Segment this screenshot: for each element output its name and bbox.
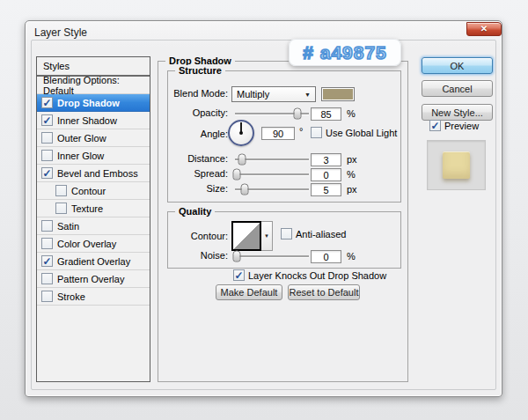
style-enable-checkbox[interactable] <box>41 238 53 249</box>
distance-unit: px <box>347 154 357 165</box>
sidebar-item-label: Color Overlay <box>57 239 116 249</box>
sidebar-item-color-overlay[interactable]: Color Overlay <box>37 235 150 253</box>
contour-dropdown-arrow[interactable]: ▼ <box>261 221 273 251</box>
color-code-text: # a49875 <box>303 42 387 63</box>
spread-slider[interactable] <box>235 167 309 181</box>
sidebar-item-label: Inner Shadow <box>57 115 117 126</box>
size-slider-thumb[interactable] <box>240 184 248 195</box>
close-icon: ✕ <box>480 25 488 33</box>
sidebar-item-label: Blending Options: Default <box>43 75 150 96</box>
sidebar-item-label: Gradient Overlay <box>57 256 130 267</box>
sidebar-item-outer-glow[interactable]: Outer Glow <box>37 129 150 147</box>
chevron-down-icon: ▼ <box>264 233 269 239</box>
spread-slider-thumb[interactable] <box>232 169 240 181</box>
size-unit: px <box>347 184 357 195</box>
style-enable-checkbox[interactable] <box>55 203 67 214</box>
styles-sidebar: Styles Blending Options: Default✓Drop Sh… <box>36 56 150 382</box>
make-default-button[interactable]: Make Default <box>216 284 282 300</box>
noise-slider-thumb[interactable] <box>232 251 240 262</box>
preview-thumbnail <box>443 151 470 179</box>
sidebar-item-label: Stroke <box>57 291 85 302</box>
sidebar-item-bevel-and-emboss[interactable]: ✓Bevel and Emboss <box>37 165 150 182</box>
use-global-light-checkbox[interactable] <box>311 127 322 138</box>
size-label: Size: <box>168 183 228 194</box>
noise-unit: % <box>347 251 356 262</box>
shadow-color-swatch[interactable] <box>321 87 355 101</box>
noise-label: Noise: <box>168 250 228 261</box>
window-title: Layer Style <box>34 26 87 39</box>
quality-legend: Quality <box>175 206 215 217</box>
distance-input[interactable]: 3 <box>311 153 341 166</box>
angle-dial[interactable] <box>228 120 254 146</box>
sidebar-item-inner-glow[interactable]: Inner Glow <box>37 147 150 165</box>
anti-aliased-checkbox[interactable] <box>281 228 292 239</box>
sidebar-item-label: Satin <box>57 221 79 232</box>
angle-label: Angle: <box>168 129 228 139</box>
angle-input[interactable]: 90 <box>261 127 295 140</box>
use-global-light-label: Use Global Light <box>326 128 397 138</box>
style-enable-checkbox[interactable] <box>41 150 53 161</box>
blend-mode-select[interactable]: Multiply ▼ <box>231 86 316 102</box>
sidebar-item-label: Bevel and Emboss <box>57 168 138 179</box>
opacity-label: Opacity: <box>168 107 228 118</box>
spread-label: Spread: <box>168 168 228 179</box>
chevron-down-icon: ▼ <box>304 92 311 98</box>
sidebar-item-pattern-overlay[interactable]: Pattern Overlay <box>37 270 150 288</box>
sidebar-item-blending-options-default[interactable]: Blending Options: Default <box>37 77 150 94</box>
style-enable-checkbox[interactable] <box>55 185 67 196</box>
ok-button[interactable]: OK <box>422 57 493 74</box>
sidebar-item-contour[interactable]: Contour <box>37 182 150 200</box>
style-enable-checkbox[interactable]: ✓ <box>41 167 53 179</box>
style-enable-checkbox[interactable] <box>41 220 53 232</box>
cancel-button[interactable]: Cancel <box>422 80 493 97</box>
preview-label: Preview <box>444 121 479 131</box>
opacity-input[interactable]: 85 <box>311 107 341 121</box>
distance-slider[interactable] <box>235 152 309 166</box>
drop-shadow-panel: Drop Shadow Structure Blend Mode: Multip… <box>158 61 408 382</box>
opacity-slider-thumb[interactable] <box>294 108 302 120</box>
structure-legend: Structure <box>175 65 225 76</box>
slider-track <box>235 173 309 175</box>
contour-thumbnail[interactable] <box>231 221 261 251</box>
new-style-button[interactable]: New Style... <box>422 104 493 121</box>
size-input[interactable]: 5 <box>311 183 341 196</box>
style-enable-checkbox[interactable] <box>41 291 53 302</box>
sidebar-item-label: Contour <box>71 186 106 196</box>
style-enable-checkbox[interactable]: ✓ <box>41 114 53 126</box>
style-enable-checkbox[interactable]: ✓ <box>41 255 53 267</box>
size-slider[interactable] <box>235 182 309 196</box>
sidebar-item-stroke[interactable]: Stroke <box>37 288 150 306</box>
sidebar-item-texture[interactable]: Texture <box>37 200 150 217</box>
noise-slider[interactable] <box>235 249 309 263</box>
sidebar-list: Blending Options: Default✓Drop Shadow✓In… <box>37 77 150 306</box>
layer-style-dialog: Layer Style ✕ Styles Blending Options: D… <box>25 20 502 397</box>
noise-input[interactable]: 0 <box>311 250 341 263</box>
blend-mode-value: Multiply <box>237 89 269 99</box>
sidebar-item-gradient-overlay[interactable]: ✓Gradient Overlay <box>37 253 150 270</box>
angle-unit: ° <box>299 126 303 136</box>
opacity-slider[interactable] <box>235 107 309 121</box>
style-enable-checkbox[interactable] <box>41 132 53 144</box>
structure-group: Structure Blend Mode: Multiply ▼ Opacity… <box>167 70 401 203</box>
distance-label: Distance: <box>168 153 228 164</box>
slider-track <box>235 255 309 257</box>
sidebar-item-label: Pattern Overlay <box>57 274 124 284</box>
reset-to-default-button[interactable]: Reset to Default <box>288 284 360 300</box>
opacity-unit: % <box>347 108 356 119</box>
sidebar-item-label: Outer Glow <box>57 133 106 144</box>
angle-dial-hub <box>239 131 243 135</box>
sidebar-item-drop-shadow[interactable]: ✓Drop Shadow <box>37 94 150 112</box>
quality-group: Quality Contour: ▼ Anti-aliased Noise: 0… <box>167 211 401 269</box>
sidebar-item-satin[interactable]: Satin <box>37 217 150 235</box>
style-enable-checkbox[interactable]: ✓ <box>41 97 53 108</box>
sidebar-item-inner-shadow[interactable]: ✓Inner Shadow <box>37 112 150 129</box>
distance-slider-thumb[interactable] <box>238 154 246 166</box>
spread-input[interactable]: 0 <box>311 168 341 181</box>
spread-unit: % <box>347 169 356 180</box>
sidebar-item-label: Inner Glow <box>57 151 104 161</box>
style-enable-checkbox[interactable] <box>41 273 53 284</box>
close-button[interactable]: ✕ <box>466 22 502 36</box>
contour-label: Contour: <box>168 231 228 241</box>
preview-checkbox[interactable]: ✓ <box>429 120 441 131</box>
layer-knocks-out-checkbox[interactable]: ✓ <box>233 269 245 281</box>
